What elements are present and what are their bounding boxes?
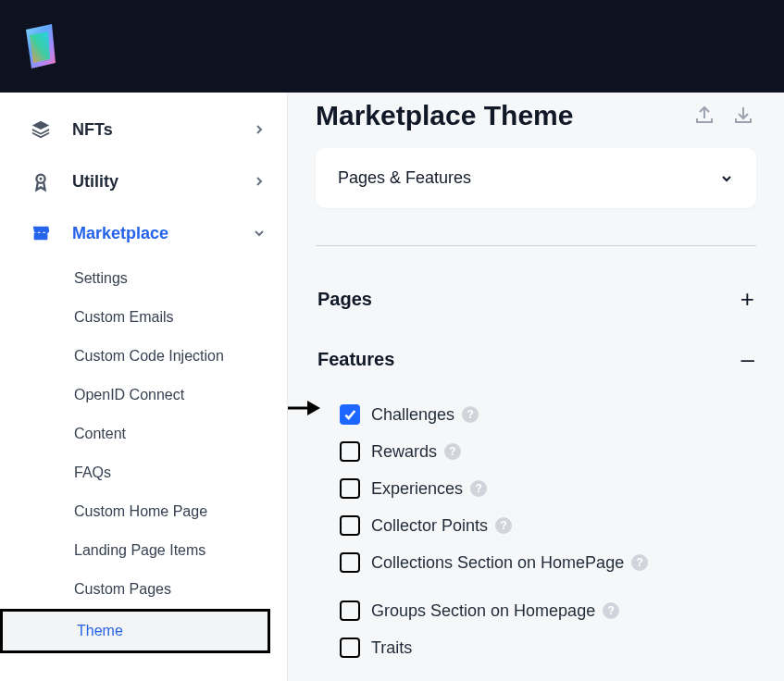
sidebar-item-label: Marketplace <box>72 224 168 243</box>
checkbox-challenges[interactable] <box>340 404 360 425</box>
feature-row-collections-homepage: Collections Section on HomePage ? <box>340 544 756 581</box>
expand-icon[interactable]: + <box>740 285 754 314</box>
sidebar-item-utility[interactable]: Utility <box>0 155 287 207</box>
help-icon[interactable]: ? <box>470 480 487 497</box>
svg-point-3 <box>40 178 43 180</box>
sidebar-item-nfts[interactable]: NFTs <box>0 104 287 155</box>
page-header: Marketplace Theme <box>316 100 756 131</box>
feature-label: Traits <box>371 638 412 658</box>
feature-row-legal-confirmation: Legal Confirmation for Purchase <box>340 677 756 681</box>
feature-row-rewards: Rewards ? <box>340 433 756 470</box>
chevron-right-icon <box>252 174 267 189</box>
svg-marker-5 <box>307 401 320 415</box>
chevron-right-icon <box>252 122 267 137</box>
app-logo[interactable] <box>20 22 59 70</box>
feature-label: Collections Section on HomePage <box>371 553 624 573</box>
feature-label: Collector Points <box>371 516 488 536</box>
checkbox-collector-points[interactable] <box>340 515 360 536</box>
store-icon <box>28 220 54 246</box>
sidebar-subitem-custom-pages[interactable]: Custom Pages <box>74 570 267 609</box>
sidebar-item-marketplace[interactable]: Marketplace <box>0 207 287 259</box>
section-dropdown[interactable]: Pages & Features <box>316 148 756 208</box>
checkbox-traits[interactable] <box>340 638 360 658</box>
sidebar-subitem-faqs[interactable]: FAQs <box>74 453 267 492</box>
main-content: Marketplace Theme Pages & Features Pages… <box>288 93 784 681</box>
feature-row-challenges: Challenges ? <box>340 396 756 433</box>
sidebar-item-label: Utility <box>72 172 118 192</box>
features-list: Challenges ? Rewards ? Experiences ? Col… <box>316 396 756 681</box>
sidebar-subitem-landing-page-items[interactable]: Landing Page Items <box>74 531 267 570</box>
section-features[interactable]: Features – <box>316 336 756 383</box>
topbar <box>0 0 784 93</box>
sidebar: NFTs Utility Marketplace Settings <box>0 93 288 681</box>
sidebar-subitem-openid-connect[interactable]: OpenID Connect <box>74 376 267 415</box>
divider <box>316 245 756 246</box>
help-icon[interactable]: ? <box>603 602 619 619</box>
sidebar-item-label: NFTs <box>72 120 113 140</box>
sidebar-subitem-custom-home-page[interactable]: Custom Home Page <box>74 492 267 531</box>
sidebar-subitem-custom-code-injection[interactable]: Custom Code Injection <box>74 337 267 376</box>
feature-row-experiences: Experiences ? <box>340 470 756 507</box>
badge-icon <box>28 168 54 194</box>
app-body: NFTs Utility Marketplace Settings <box>0 93 784 681</box>
feature-label: Experiences <box>371 479 463 499</box>
import-button[interactable] <box>730 103 756 129</box>
header-actions <box>691 103 756 129</box>
export-button[interactable] <box>691 103 717 129</box>
collapse-icon[interactable]: – <box>741 345 754 374</box>
help-icon[interactable]: ? <box>495 517 512 534</box>
chevron-down-icon <box>719 171 734 186</box>
help-icon[interactable]: ? <box>462 406 479 423</box>
help-icon[interactable]: ? <box>631 554 648 571</box>
layers-icon <box>28 117 54 142</box>
sidebar-subitem-settings[interactable]: Settings <box>74 259 267 298</box>
feature-label: Groups Section on Homepage <box>371 601 595 621</box>
checkbox-rewards[interactable] <box>340 441 360 462</box>
sidebar-subitem-custom-emails[interactable]: Custom Emails <box>74 298 267 337</box>
section-label: Features <box>317 349 394 370</box>
sidebar-submenu-marketplace: Settings Custom Emails Custom Code Injec… <box>0 259 287 653</box>
feature-label: Challenges <box>371 405 454 425</box>
sidebar-subitem-content[interactable]: Content <box>74 415 267 453</box>
section-label: Pages <box>317 289 372 310</box>
page-title: Marketplace Theme <box>316 100 573 131</box>
help-icon[interactable]: ? <box>444 443 461 460</box>
section-pages[interactable]: Pages + <box>316 276 756 323</box>
feature-row-traits: Traits <box>340 629 756 666</box>
checkbox-groups-homepage[interactable] <box>340 601 360 621</box>
feature-label: Rewards <box>371 442 437 462</box>
pointer-arrow-icon <box>288 398 320 418</box>
chevron-down-icon <box>252 226 267 241</box>
checkbox-collections-homepage[interactable] <box>340 552 360 573</box>
sidebar-subitem-theme[interactable]: Theme <box>0 609 270 653</box>
dropdown-label: Pages & Features <box>338 168 471 188</box>
checkbox-experiences[interactable] <box>340 478 360 499</box>
feature-row-collector-points: Collector Points ? <box>340 507 756 544</box>
feature-row-groups-homepage: Groups Section on Homepage ? <box>340 592 756 629</box>
